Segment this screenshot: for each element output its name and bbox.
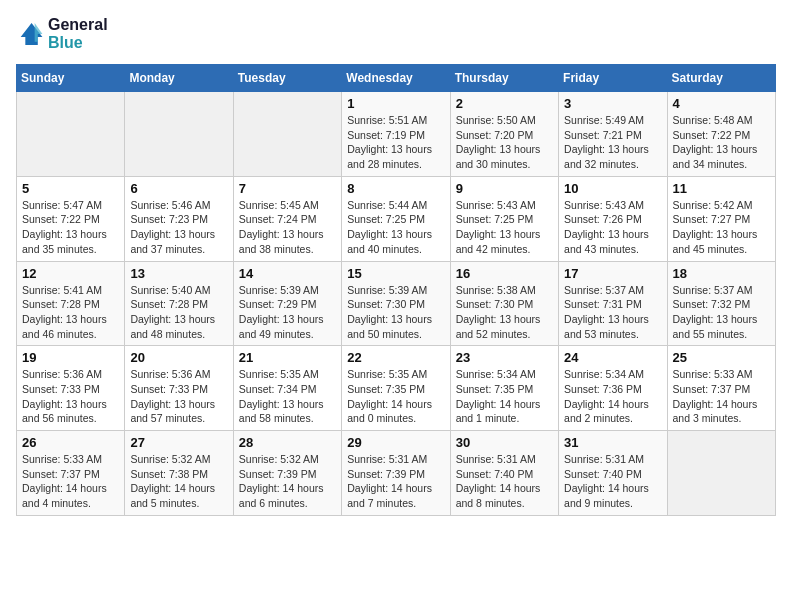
day-number: 18 [673, 266, 770, 281]
day-number: 25 [673, 350, 770, 365]
calendar-cell: 30Sunrise: 5:31 AM Sunset: 7:40 PM Dayli… [450, 431, 558, 516]
calendar-cell: 27Sunrise: 5:32 AM Sunset: 7:38 PM Dayli… [125, 431, 233, 516]
day-number: 7 [239, 181, 336, 196]
day-number: 9 [456, 181, 553, 196]
day-info: Sunrise: 5:43 AM Sunset: 7:26 PM Dayligh… [564, 198, 661, 257]
day-number: 5 [22, 181, 119, 196]
day-info: Sunrise: 5:37 AM Sunset: 7:32 PM Dayligh… [673, 283, 770, 342]
logo-text: General Blue [48, 16, 108, 52]
day-number: 4 [673, 96, 770, 111]
day-number: 31 [564, 435, 661, 450]
day-info: Sunrise: 5:35 AM Sunset: 7:34 PM Dayligh… [239, 367, 336, 426]
col-header-monday: Monday [125, 65, 233, 92]
svg-marker-1 [35, 23, 43, 42]
day-number: 1 [347, 96, 444, 111]
day-info: Sunrise: 5:44 AM Sunset: 7:25 PM Dayligh… [347, 198, 444, 257]
day-number: 13 [130, 266, 227, 281]
day-info: Sunrise: 5:36 AM Sunset: 7:33 PM Dayligh… [130, 367, 227, 426]
day-info: Sunrise: 5:37 AM Sunset: 7:31 PM Dayligh… [564, 283, 661, 342]
day-number: 19 [22, 350, 119, 365]
calendar-cell: 11Sunrise: 5:42 AM Sunset: 7:27 PM Dayli… [667, 176, 775, 261]
calendar-cell: 21Sunrise: 5:35 AM Sunset: 7:34 PM Dayli… [233, 346, 341, 431]
day-number: 11 [673, 181, 770, 196]
day-number: 21 [239, 350, 336, 365]
day-info: Sunrise: 5:48 AM Sunset: 7:22 PM Dayligh… [673, 113, 770, 172]
calendar-cell: 16Sunrise: 5:38 AM Sunset: 7:30 PM Dayli… [450, 261, 558, 346]
day-info: Sunrise: 5:36 AM Sunset: 7:33 PM Dayligh… [22, 367, 119, 426]
col-header-wednesday: Wednesday [342, 65, 450, 92]
day-number: 14 [239, 266, 336, 281]
col-header-sunday: Sunday [17, 65, 125, 92]
calendar-week-3: 12Sunrise: 5:41 AM Sunset: 7:28 PM Dayli… [17, 261, 776, 346]
calendar-cell: 29Sunrise: 5:31 AM Sunset: 7:39 PM Dayli… [342, 431, 450, 516]
calendar-cell: 3Sunrise: 5:49 AM Sunset: 7:21 PM Daylig… [559, 92, 667, 177]
calendar-cell: 14Sunrise: 5:39 AM Sunset: 7:29 PM Dayli… [233, 261, 341, 346]
col-header-thursday: Thursday [450, 65, 558, 92]
day-info: Sunrise: 5:31 AM Sunset: 7:39 PM Dayligh… [347, 452, 444, 511]
col-header-friday: Friday [559, 65, 667, 92]
day-info: Sunrise: 5:45 AM Sunset: 7:24 PM Dayligh… [239, 198, 336, 257]
day-number: 28 [239, 435, 336, 450]
calendar-cell: 18Sunrise: 5:37 AM Sunset: 7:32 PM Dayli… [667, 261, 775, 346]
day-info: Sunrise: 5:43 AM Sunset: 7:25 PM Dayligh… [456, 198, 553, 257]
calendar-cell: 17Sunrise: 5:37 AM Sunset: 7:31 PM Dayli… [559, 261, 667, 346]
col-header-tuesday: Tuesday [233, 65, 341, 92]
calendar-cell: 15Sunrise: 5:39 AM Sunset: 7:30 PM Dayli… [342, 261, 450, 346]
day-number: 22 [347, 350, 444, 365]
day-number: 24 [564, 350, 661, 365]
day-info: Sunrise: 5:46 AM Sunset: 7:23 PM Dayligh… [130, 198, 227, 257]
calendar-cell: 25Sunrise: 5:33 AM Sunset: 7:37 PM Dayli… [667, 346, 775, 431]
calendar-header-row: SundayMondayTuesdayWednesdayThursdayFrid… [17, 65, 776, 92]
day-number: 15 [347, 266, 444, 281]
calendar-cell: 2Sunrise: 5:50 AM Sunset: 7:20 PM Daylig… [450, 92, 558, 177]
calendar-cell [233, 92, 341, 177]
day-info: Sunrise: 5:39 AM Sunset: 7:29 PM Dayligh… [239, 283, 336, 342]
col-header-saturday: Saturday [667, 65, 775, 92]
day-number: 20 [130, 350, 227, 365]
calendar-cell: 6Sunrise: 5:46 AM Sunset: 7:23 PM Daylig… [125, 176, 233, 261]
day-number: 6 [130, 181, 227, 196]
day-info: Sunrise: 5:38 AM Sunset: 7:30 PM Dayligh… [456, 283, 553, 342]
day-number: 17 [564, 266, 661, 281]
day-info: Sunrise: 5:34 AM Sunset: 7:35 PM Dayligh… [456, 367, 553, 426]
day-info: Sunrise: 5:31 AM Sunset: 7:40 PM Dayligh… [564, 452, 661, 511]
day-number: 26 [22, 435, 119, 450]
day-number: 3 [564, 96, 661, 111]
day-info: Sunrise: 5:33 AM Sunset: 7:37 PM Dayligh… [673, 367, 770, 426]
day-number: 10 [564, 181, 661, 196]
calendar-cell: 9Sunrise: 5:43 AM Sunset: 7:25 PM Daylig… [450, 176, 558, 261]
calendar-cell: 22Sunrise: 5:35 AM Sunset: 7:35 PM Dayli… [342, 346, 450, 431]
day-info: Sunrise: 5:33 AM Sunset: 7:37 PM Dayligh… [22, 452, 119, 511]
calendar-cell: 7Sunrise: 5:45 AM Sunset: 7:24 PM Daylig… [233, 176, 341, 261]
calendar-cell [667, 431, 775, 516]
calendar-table: SundayMondayTuesdayWednesdayThursdayFrid… [16, 64, 776, 516]
day-info: Sunrise: 5:40 AM Sunset: 7:28 PM Dayligh… [130, 283, 227, 342]
day-info: Sunrise: 5:51 AM Sunset: 7:19 PM Dayligh… [347, 113, 444, 172]
calendar-cell: 24Sunrise: 5:34 AM Sunset: 7:36 PM Dayli… [559, 346, 667, 431]
calendar-cell: 19Sunrise: 5:36 AM Sunset: 7:33 PM Dayli… [17, 346, 125, 431]
day-info: Sunrise: 5:31 AM Sunset: 7:40 PM Dayligh… [456, 452, 553, 511]
logo-icon [16, 20, 44, 48]
calendar-cell: 1Sunrise: 5:51 AM Sunset: 7:19 PM Daylig… [342, 92, 450, 177]
calendar-cell: 20Sunrise: 5:36 AM Sunset: 7:33 PM Dayli… [125, 346, 233, 431]
day-number: 16 [456, 266, 553, 281]
page-header: General Blue [16, 16, 776, 52]
calendar-week-1: 1Sunrise: 5:51 AM Sunset: 7:19 PM Daylig… [17, 92, 776, 177]
day-info: Sunrise: 5:32 AM Sunset: 7:39 PM Dayligh… [239, 452, 336, 511]
calendar-cell: 26Sunrise: 5:33 AM Sunset: 7:37 PM Dayli… [17, 431, 125, 516]
calendar-cell: 8Sunrise: 5:44 AM Sunset: 7:25 PM Daylig… [342, 176, 450, 261]
calendar-week-2: 5Sunrise: 5:47 AM Sunset: 7:22 PM Daylig… [17, 176, 776, 261]
day-info: Sunrise: 5:32 AM Sunset: 7:38 PM Dayligh… [130, 452, 227, 511]
calendar-cell: 5Sunrise: 5:47 AM Sunset: 7:22 PM Daylig… [17, 176, 125, 261]
day-number: 29 [347, 435, 444, 450]
day-info: Sunrise: 5:35 AM Sunset: 7:35 PM Dayligh… [347, 367, 444, 426]
day-info: Sunrise: 5:41 AM Sunset: 7:28 PM Dayligh… [22, 283, 119, 342]
calendar-cell [17, 92, 125, 177]
day-number: 12 [22, 266, 119, 281]
day-info: Sunrise: 5:50 AM Sunset: 7:20 PM Dayligh… [456, 113, 553, 172]
day-number: 8 [347, 181, 444, 196]
day-info: Sunrise: 5:49 AM Sunset: 7:21 PM Dayligh… [564, 113, 661, 172]
calendar-cell: 13Sunrise: 5:40 AM Sunset: 7:28 PM Dayli… [125, 261, 233, 346]
calendar-cell: 28Sunrise: 5:32 AM Sunset: 7:39 PM Dayli… [233, 431, 341, 516]
day-info: Sunrise: 5:42 AM Sunset: 7:27 PM Dayligh… [673, 198, 770, 257]
